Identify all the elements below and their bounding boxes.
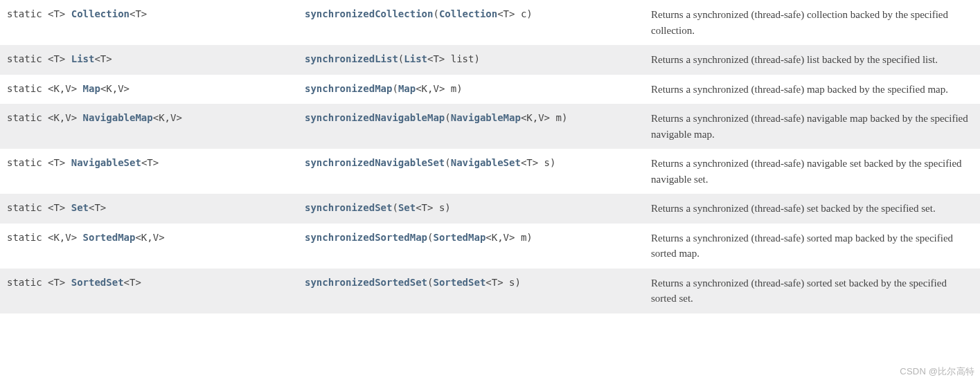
method-signature: synchronizedSortedMap(SortedMap<K,V> m) (298, 224, 644, 269)
param-suffix: <K,V> m (485, 232, 526, 243)
method-description: Returns a synchronized (thread-safe) col… (644, 0, 980, 45)
method-description: Returns a synchronized (thread-safe) nav… (644, 104, 980, 149)
param-type-link[interactable]: Collection (439, 8, 497, 19)
table-row: static <K,V> NavigableMap<K,V>synchroniz… (0, 104, 980, 149)
return-type-suffix: <K,V> (100, 83, 130, 94)
open-paren: ( (392, 83, 398, 94)
method-name-link[interactable]: synchronizedSortedMap (305, 232, 427, 243)
method-description: Returns a synchronized (thread-safe) lis… (644, 45, 980, 75)
param-type-link[interactable]: Set (398, 202, 416, 213)
method-signature: synchronizedNavigableMap(NavigableMap<K,… (298, 104, 644, 149)
method-description: Returns a synchronized (thread-safe) set… (644, 194, 980, 224)
close-paren: ) (515, 277, 520, 288)
method-name-link[interactable]: synchronizedMap (305, 83, 392, 94)
param-suffix: <T> list (427, 53, 474, 64)
table-row: static <T> List<T>synchronizedList(List<… (0, 45, 980, 75)
param-type-link[interactable]: SortedMap (433, 232, 485, 243)
open-paren: ( (445, 112, 450, 123)
param-suffix: <T> s (485, 277, 515, 288)
method-name-link[interactable]: synchronizedSortedSet (305, 277, 427, 288)
method-signature: synchronizedList(List<T> list) (298, 45, 644, 75)
param-suffix: <K,V> m (521, 112, 562, 123)
open-paren: ( (433, 8, 438, 19)
table-row: static <T> NavigableSet<T>synchronizedNa… (0, 149, 980, 194)
type-prefix: static <T> (7, 8, 71, 19)
param-suffix: <T> s (416, 202, 445, 213)
param-suffix: <T> s (521, 157, 550, 168)
method-signature: synchronizedCollection(Collection<T> c) (298, 0, 644, 45)
return-type-suffix: <K,V> (135, 232, 164, 243)
param-type-link[interactable]: NavigableSet (451, 157, 521, 168)
modifier-and-type: static <T> Set<T> (0, 194, 298, 224)
param-type-link[interactable]: List (404, 53, 427, 64)
type-prefix: static <K,V> (7, 232, 83, 243)
method-description: Returns a synchronized (thread-safe) map… (644, 75, 980, 104)
method-signature: synchronizedNavigableSet(NavigableSet<T>… (298, 149, 644, 194)
return-type-suffix: <T> (124, 277, 141, 288)
return-type-link[interactable]: SortedMap (83, 232, 136, 243)
return-type-suffix: <T> (130, 8, 147, 19)
method-name-link[interactable]: synchronizedSet (305, 202, 392, 213)
modifier-and-type: static <T> SortedSet<T> (0, 269, 298, 313)
close-paren: ) (562, 112, 567, 123)
close-paren: ) (445, 202, 450, 213)
return-type-suffix: <T> (89, 202, 106, 213)
table-row: static <T> Collection<T>synchronizedColl… (0, 0, 980, 45)
return-type-link[interactable]: Set (71, 202, 89, 213)
return-type-link[interactable]: Collection (71, 8, 130, 19)
modifier-and-type: static <T> Collection<T> (0, 0, 298, 45)
return-type-link[interactable]: List (71, 53, 95, 64)
param-type-link[interactable]: Map (398, 83, 416, 94)
open-paren: ( (392, 202, 398, 213)
modifier-and-type: static <T> List<T> (0, 45, 298, 75)
param-suffix: <T> c (497, 8, 526, 19)
type-prefix: static <K,V> (7, 83, 83, 94)
table-row: static <K,V> SortedMap<K,V>synchronizedS… (0, 224, 980, 269)
method-signature: synchronizedMap(Map<K,V> m) (298, 75, 644, 104)
method-signature: synchronizedSet(Set<T> s) (298, 194, 644, 224)
method-name-link[interactable]: synchronizedNavigableMap (305, 112, 445, 123)
type-prefix: static <T> (7, 277, 71, 288)
open-paren: ( (445, 157, 450, 168)
table-row: static <T> SortedSet<T>synchronizedSorte… (0, 269, 980, 313)
method-description: Returns a synchronized (thread-safe) nav… (644, 149, 980, 194)
method-description: Returns a synchronized (thread-safe) sor… (644, 269, 980, 313)
close-paren: ) (526, 232, 532, 243)
return-type-suffix: <T> (94, 53, 112, 64)
method-name-link[interactable]: synchronizedCollection (305, 8, 433, 19)
type-prefix: static <T> (7, 157, 71, 168)
type-prefix: static <K,V> (7, 112, 83, 123)
return-type-link[interactable]: NavigableMap (83, 112, 153, 123)
return-type-link[interactable]: NavigableSet (71, 157, 141, 168)
return-type-link[interactable]: SortedSet (71, 277, 124, 288)
table-row: static <T> Set<T>synchronizedSet(Set<T> … (0, 194, 980, 224)
close-paren: ) (526, 8, 532, 19)
modifier-and-type: static <T> NavigableSet<T> (0, 149, 298, 194)
type-prefix: static <T> (7, 53, 71, 64)
param-type-link[interactable]: SortedSet (433, 277, 485, 288)
method-signature: synchronizedSortedSet(SortedSet<T> s) (298, 269, 644, 313)
modifier-and-type: static <K,V> Map<K,V> (0, 75, 298, 104)
type-prefix: static <T> (7, 202, 71, 213)
return-type-suffix: <K,V> (153, 112, 182, 123)
param-type-link[interactable]: NavigableMap (451, 112, 521, 123)
close-paren: ) (474, 53, 479, 64)
param-suffix: <K,V> m (416, 83, 456, 94)
method-description: Returns a synchronized (thread-safe) sor… (644, 224, 980, 269)
modifier-and-type: static <K,V> SortedMap<K,V> (0, 224, 298, 269)
close-paren: ) (550, 157, 555, 168)
method-name-link[interactable]: synchronizedNavigableSet (305, 157, 445, 168)
method-name-link[interactable]: synchronizedList (305, 53, 398, 64)
return-type-suffix: <T> (141, 157, 159, 168)
close-paren: ) (456, 83, 462, 94)
return-type-link[interactable]: Map (83, 83, 100, 94)
method-summary-table: static <T> Collection<T>synchronizedColl… (0, 0, 980, 313)
table-row: static <K,V> Map<K,V>synchronizedMap(Map… (0, 75, 980, 104)
modifier-and-type: static <K,V> NavigableMap<K,V> (0, 104, 298, 149)
